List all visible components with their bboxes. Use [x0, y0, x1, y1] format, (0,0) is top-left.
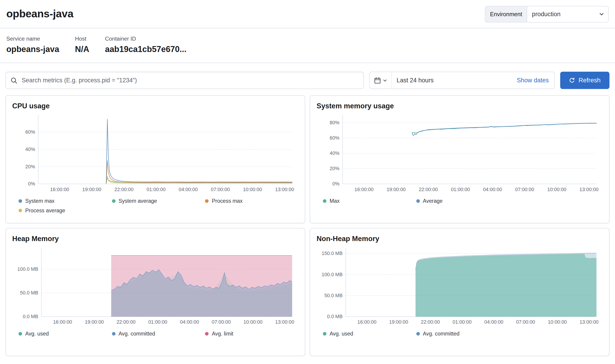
svg-text:13:00:00: 13:00:00 — [275, 320, 294, 325]
service-name-label: Service name — [6, 35, 59, 42]
service-info-bar: Service name opbeans-java Host N/A Conta… — [0, 28, 615, 63]
search-icon — [11, 77, 21, 84]
svg-text:07:00:00: 07:00:00 — [211, 187, 230, 192]
chart-panel-heap-memory: Heap Memory 0.0 MB50.0 MB100.0 MB16:00:0… — [5, 228, 305, 356]
chart-legend: System maxSystem averageProcess maxProce… — [12, 198, 299, 213]
svg-text:20%: 20% — [25, 164, 35, 169]
svg-text:16:00:00: 16:00:00 — [53, 320, 72, 325]
non-heap-memory-chart[interactable]: 0.0 MB50.0 MB100.0 MB150.0 MB16:00:0019:… — [317, 245, 603, 326]
system-memory-usage-chart[interactable]: 0%20%40%60%80%16:00:0019:00:0022:00:0001… — [317, 113, 603, 193]
svg-text:10:00:00: 10:00:00 — [243, 187, 262, 192]
svg-text:19:00:00: 19:00:00 — [85, 320, 104, 325]
service-name-field: Service name opbeans-java — [6, 35, 59, 54]
svg-text:13:00:00: 13:00:00 — [580, 320, 599, 325]
svg-text:16:00:00: 16:00:00 — [355, 187, 373, 192]
svg-text:04:00:00: 04:00:00 — [180, 320, 199, 325]
legend-item[interactable]: Avg. used — [18, 331, 112, 337]
svg-text:0.0 MB: 0.0 MB — [23, 314, 38, 319]
chevron-down-icon — [383, 78, 387, 83]
legend-item[interactable]: Avg. used — [323, 331, 416, 337]
legend-label: Avg. committed — [119, 331, 155, 337]
legend-item[interactable]: System average — [112, 198, 205, 204]
svg-text:01:00:00: 01:00:00 — [453, 320, 472, 325]
svg-text:19:00:00: 19:00:00 — [387, 187, 406, 192]
page-header: opbeans-java Environment production — [0, 0, 615, 28]
legend-dot-icon — [18, 332, 22, 336]
svg-text:04:00:00: 04:00:00 — [484, 320, 503, 325]
legend-item[interactable]: System max — [18, 198, 112, 204]
svg-text:100.0 MB: 100.0 MB — [17, 266, 38, 272]
svg-text:60%: 60% — [25, 129, 35, 135]
container-id-label: Container ID — [105, 35, 187, 42]
legend-label: System average — [119, 198, 157, 204]
svg-text:22:00:00: 22:00:00 — [116, 320, 135, 325]
container-id-field: Container ID aab19ca1cb57e670... — [105, 35, 187, 54]
chart-title: Heap Memory — [12, 235, 299, 243]
svg-text:16:00:00: 16:00:00 — [50, 187, 69, 192]
svg-text:50.0 MB: 50.0 MB — [20, 290, 38, 296]
host-label: Host — [75, 35, 89, 42]
legend-item[interactable]: Avg. limit — [205, 331, 299, 337]
legend-dot-icon — [416, 332, 420, 336]
svg-text:16:00:00: 16:00:00 — [357, 320, 376, 325]
svg-text:0.0 MB: 0.0 MB — [327, 314, 343, 319]
chart-title: System memory usage — [317, 102, 603, 110]
legend-item[interactable]: Max — [323, 198, 416, 204]
svg-text:22:00:00: 22:00:00 — [421, 320, 440, 325]
charts-grid: CPU usage 0%20%40%60%16:00:0019:00:0022:… — [5, 95, 610, 356]
calendar-button[interactable] — [370, 72, 392, 89]
legend-item[interactable]: Process max — [205, 198, 299, 204]
cpu-usage-chart[interactable]: 0%20%40%60%16:00:0019:00:0022:00:0001:00… — [12, 113, 299, 193]
svg-text:13:00:00: 13:00:00 — [579, 187, 598, 192]
legend-label: Process max — [212, 198, 243, 204]
chart-legend: Avg. usedAvg. committed — [317, 331, 603, 337]
refresh-button[interactable]: Refresh — [560, 72, 610, 89]
refresh-label: Refresh — [578, 77, 601, 84]
legend-dot-icon — [323, 199, 327, 203]
svg-text:10:00:00: 10:00:00 — [547, 187, 566, 192]
chart-legend: Avg. usedAvg. committedAvg. limit — [12, 331, 299, 337]
svg-text:07:00:00: 07:00:00 — [516, 320, 535, 325]
svg-text:01:00:00: 01:00:00 — [451, 187, 470, 192]
search-input[interactable] — [21, 76, 359, 84]
svg-text:0%: 0% — [332, 181, 340, 187]
heap-memory-chart[interactable]: 0.0 MB50.0 MB100.0 MB16:00:0019:00:0022:… — [12, 245, 299, 326]
svg-text:50.0 MB: 50.0 MB — [324, 293, 343, 298]
svg-text:19:00:00: 19:00:00 — [389, 320, 408, 325]
page-title: opbeans-java — [6, 8, 73, 20]
svg-text:07:00:00: 07:00:00 — [212, 320, 231, 325]
environment-value: production — [527, 11, 599, 18]
svg-text:40%: 40% — [330, 151, 340, 156]
legend-item[interactable]: Average — [416, 198, 509, 204]
legend-dot-icon — [112, 332, 116, 336]
chart-panel-system-memory-usage: System memory usage 0%20%40%60%80%16:00:… — [310, 95, 609, 223]
legend-dot-icon — [205, 199, 209, 203]
legend-dot-icon — [205, 332, 209, 336]
legend-item[interactable]: Avg. committed — [112, 331, 205, 337]
metrics-toolbar: Last 24 hours Show dates Refresh — [5, 72, 610, 89]
svg-text:19:00:00: 19:00:00 — [82, 187, 101, 192]
refresh-icon — [569, 77, 575, 83]
svg-text:10:00:00: 10:00:00 — [243, 320, 262, 325]
svg-text:100.0 MB: 100.0 MB — [322, 272, 343, 277]
search-input-wrapper — [5, 72, 364, 89]
chart-panel-non-heap-memory: Non-Heap Memory 0.0 MB50.0 MB100.0 MB150… — [310, 228, 609, 356]
legend-item[interactable]: Avg. committed — [416, 331, 509, 337]
host-field: Host N/A — [75, 35, 89, 54]
svg-text:01:00:00: 01:00:00 — [148, 320, 167, 325]
legend-item[interactable]: Process average — [18, 208, 112, 213]
svg-text:150.0 MB: 150.0 MB — [322, 251, 343, 256]
svg-text:13:00:00: 13:00:00 — [275, 187, 294, 192]
svg-text:0%: 0% — [28, 181, 35, 187]
chevron-down-icon — [599, 11, 608, 17]
svg-text:40%: 40% — [25, 147, 35, 152]
chart-panel-cpu-usage: CPU usage 0%20%40%60%16:00:0019:00:0022:… — [5, 95, 305, 223]
environment-select[interactable]: Environment production — [485, 6, 609, 22]
apm-service-metrics-page: opbeans-java Environment production Serv… — [0, 0, 615, 364]
svg-text:80%: 80% — [330, 120, 340, 125]
container-id-value: aab19ca1cb57e670... — [105, 44, 187, 54]
time-range-display[interactable]: Last 24 hours — [392, 77, 511, 84]
service-name-value: opbeans-java — [6, 44, 59, 54]
svg-text:20%: 20% — [330, 166, 340, 171]
show-dates-link[interactable]: Show dates — [511, 77, 554, 84]
